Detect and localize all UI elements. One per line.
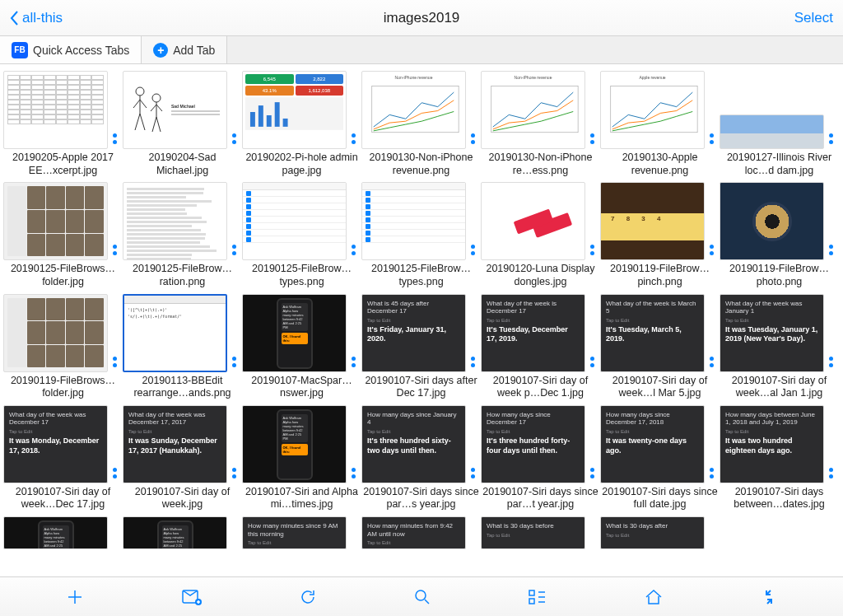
file-actions-button[interactable] xyxy=(585,357,598,372)
file-thumbnail: How many days since December 17Tap to Ed… xyxy=(481,405,585,483)
file-actions-button[interactable] xyxy=(227,245,240,260)
file-item[interactable]: How many days between June 1, 2018 and J… xyxy=(720,405,839,511)
file-item[interactable]: 20190125-FileBrow…types.png xyxy=(242,182,361,288)
tab-add[interactable]: + Add Tab xyxy=(142,36,227,63)
file-item[interactable]: 20190205-Apple 2017 EE…xcerpt.jpg xyxy=(3,71,123,177)
file-actions-button[interactable] xyxy=(347,133,360,149)
file-actions-button[interactable] xyxy=(585,468,598,483)
sort-button[interactable] xyxy=(528,588,547,606)
file-actions-button[interactable] xyxy=(824,357,837,372)
file-actions-button[interactable] xyxy=(108,468,121,483)
refresh-button[interactable] xyxy=(299,588,317,606)
file-actions-button[interactable] xyxy=(705,357,718,372)
file-grid: 20190205-Apple 2017 EE…xcerpt.jpgSad Mic… xyxy=(0,64,843,576)
file-label: 20190125-FileBrow…types.png xyxy=(361,260,481,288)
file-item[interactable]: What day of the week is March 5Tap to Ed… xyxy=(600,294,720,400)
select-button[interactable]: Select xyxy=(794,10,833,26)
file-thumbnail: Non-iPhone revenue xyxy=(361,71,466,149)
file-actions-button[interactable] xyxy=(705,468,718,483)
file-thumbnail: 6,5452,82243.1%1,612,038 xyxy=(242,71,347,149)
file-thumbnail: What day of the week was December 17Tap … xyxy=(3,405,108,483)
file-item[interactable]: Ask Wolfram Alpha how many minutes betwe… xyxy=(3,516,123,549)
file-item[interactable]: Sad Michael20190204-Sad Michael.jpg xyxy=(123,71,242,177)
file-actions-button[interactable] xyxy=(227,468,240,483)
file-thumbnail: How many days since December 17, 2018Tap… xyxy=(600,405,705,483)
file-thumbnail: What day of the week was December 17, 20… xyxy=(123,405,227,483)
file-actions-button[interactable] xyxy=(227,133,240,149)
file-actions-button[interactable] xyxy=(705,133,718,149)
file-item[interactable]: How many days since December 17, 2018Tap… xyxy=(600,405,720,511)
file-item[interactable]: What is 30 days afterTap to Edit xyxy=(600,516,720,549)
file-item[interactable]: 20190127-Illinois River loc…d dam.jpg xyxy=(720,71,839,177)
file-item[interactable]: Ask Wolfram Alpha how many minutes betwe… xyxy=(242,405,361,511)
bottom-toolbar xyxy=(0,576,843,616)
file-item[interactable]: What is 45 days after December 17Tap to … xyxy=(361,294,481,400)
file-item[interactable]: How many minutes from 9:42 AM until nowT… xyxy=(361,516,481,549)
file-item[interactable]: What day of the week was January 1Tap to… xyxy=(720,294,839,400)
search-button[interactable] xyxy=(413,588,431,606)
tab-quick-access[interactable]: FB Quick Access Tabs xyxy=(0,36,142,63)
file-label: 20190107-Siri and Alpha mi…times.jpg xyxy=(242,483,361,511)
file-actions-button[interactable] xyxy=(824,245,837,260)
file-item[interactable]: How many minutes since 9 AM this morning… xyxy=(242,516,361,549)
file-label: 20190130-Apple revenue.png xyxy=(600,149,720,177)
add-button[interactable] xyxy=(65,587,85,607)
file-actions-button[interactable] xyxy=(108,133,121,149)
file-item[interactable]: Ask Wolfram Alpha how many minutes betwe… xyxy=(242,294,361,400)
file-item[interactable]: '([^\t]+)\t(.+)''s/(.+)\t(.+)/format/'20… xyxy=(123,294,242,400)
file-thumbnail xyxy=(720,182,824,260)
file-item[interactable]: 20190120-Luna Display dongles.jpg xyxy=(481,182,600,288)
file-thumbnail: How many minutes since 9 AM this morning… xyxy=(242,516,347,549)
file-actions-button[interactable] xyxy=(705,245,718,260)
file-item[interactable]: How many days since December 17Tap to Ed… xyxy=(481,405,600,511)
file-item[interactable]: What day of the week was December 17Tap … xyxy=(3,405,123,511)
file-item[interactable]: Non-iPhone revenue20190130-Non-iPhone re… xyxy=(361,71,481,177)
file-actions-button[interactable] xyxy=(824,468,837,483)
file-item[interactable]: Ask Wolfram Alpha how many minutes betwe… xyxy=(123,516,242,549)
file-item[interactable]: 7 8 3 420190119-FileBrow…pinch.png xyxy=(600,182,720,288)
file-item[interactable]: What day of the week was December 17, 20… xyxy=(123,405,242,511)
back-button[interactable]: all-this xyxy=(10,10,63,26)
tab-bar: FB Quick Access Tabs + Add Tab xyxy=(0,36,843,64)
file-actions-button[interactable] xyxy=(585,133,598,149)
file-actions-button[interactable] xyxy=(466,468,479,483)
chevron-left-icon xyxy=(10,11,19,26)
file-item[interactable]: 20190119-FileBrow…photo.png xyxy=(720,182,839,288)
file-item[interactable]: 20190125-FileBrow…types.png xyxy=(361,182,481,288)
file-item[interactable]: 20190119-FileBrows…folder.jpg xyxy=(3,294,123,400)
file-actions-button[interactable] xyxy=(585,245,598,260)
file-thumbnail: What day of the week is March 5Tap to Ed… xyxy=(600,294,705,372)
file-actions-button[interactable] xyxy=(108,357,121,372)
file-actions-button[interactable] xyxy=(466,245,479,260)
file-item[interactable]: 20190125-FileBrows…folder.jpg xyxy=(3,182,123,288)
file-thumbnail xyxy=(3,71,108,149)
file-item[interactable]: What day of the week is December 17Tap t… xyxy=(481,294,600,400)
file-item[interactable]: How many days since January 4Tap to Edit… xyxy=(361,405,481,511)
file-thumbnail: Ask Wolfram Alpha how many minutes betwe… xyxy=(123,516,227,549)
home-button[interactable] xyxy=(644,588,664,606)
file-actions-button[interactable] xyxy=(824,133,837,149)
collapse-button[interactable] xyxy=(760,588,778,606)
file-actions-button[interactable] xyxy=(227,357,240,372)
file-thumbnail xyxy=(3,182,108,260)
file-thumbnail: Ask Wolfram Alpha how many minutes betwe… xyxy=(3,516,108,549)
file-label: 20190125-FileBrow…ration.png xyxy=(123,260,242,288)
file-item[interactable]: 20190125-FileBrow…ration.png xyxy=(123,182,242,288)
file-actions-button[interactable] xyxy=(347,357,360,372)
file-item[interactable]: 6,5452,82243.1%1,612,03820190202-Pi-hole… xyxy=(242,71,361,177)
file-actions-button[interactable] xyxy=(347,245,360,260)
svg-rect-14 xyxy=(529,590,534,595)
file-label: 20190204-Sad Michael.jpg xyxy=(123,149,242,177)
bookmark-add-button[interactable] xyxy=(181,588,203,606)
file-thumbnail: What day of the week was January 1Tap to… xyxy=(720,294,824,372)
file-thumbnail: Ask Wolfram Alpha how many minutes betwe… xyxy=(242,294,347,372)
app-icon: FB xyxy=(12,42,28,58)
file-item[interactable]: Apple revenue20190130-Apple revenue.png xyxy=(600,71,720,177)
file-actions-button[interactable] xyxy=(108,245,121,260)
file-actions-button[interactable] xyxy=(347,468,360,483)
file-label: 20190107-Siri day of week.jpg xyxy=(123,483,242,511)
file-item[interactable]: What is 30 days beforeTap to Edit xyxy=(481,516,600,549)
file-actions-button[interactable] xyxy=(466,357,479,372)
file-item[interactable]: Non-iPhone revenue20190130-Non-iPhone re… xyxy=(481,71,600,177)
file-actions-button[interactable] xyxy=(466,133,479,149)
